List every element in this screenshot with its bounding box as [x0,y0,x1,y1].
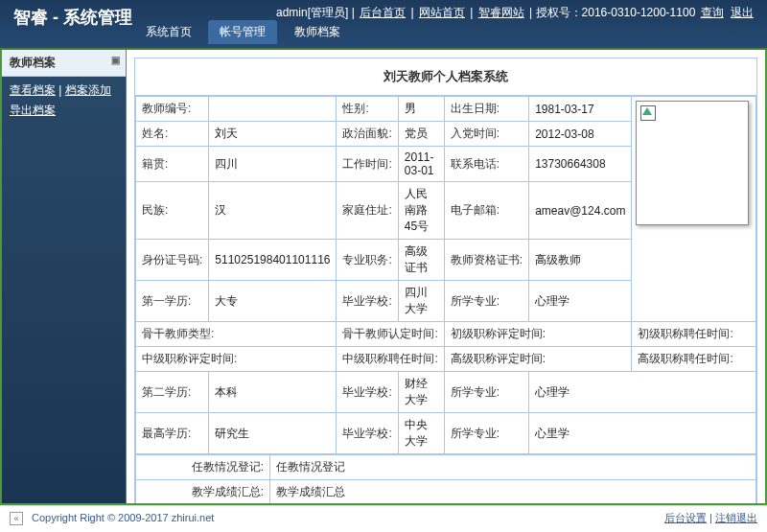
sidebar-links: 查看档案 | 档案添加 导出档案 [2,77,126,128]
link-site-home[interactable]: 网站首页 [419,6,465,19]
header: 智睿 - 系统管理 admin[管理员] | 后台首页 | 网站首页 | 智睿网… [0,0,767,50]
sidebar-title: 教师档案 [2,50,126,77]
extras-table: 任教情况登记:任教情况登记 教学成绩汇总:教学成绩汇总 各级各类公开课授课记录:… [135,454,756,503]
footer-link-settings[interactable]: 后台设置 [664,512,707,523]
profile-title: 刘天教师个人档案系统 [135,58,756,96]
footer-link-logout[interactable]: 注销退出 [715,512,757,523]
table-row: 中级职称评定时间: 中级职称聘任时间: 高级职称评定时间: 高级职称聘任时间: [136,347,756,372]
table-row: 任教情况登记:任教情况登记 [136,455,756,480]
copyright: Copyright Right © 2009-2017 zhirui.net [32,512,214,523]
photo-cell [632,97,756,322]
sidebar-link-add[interactable]: 档案添加 [65,83,111,97]
sidebar-link-export[interactable]: 导出档案 [10,104,56,117]
table-row: 教学成绩汇总:教学成绩汇总 [136,480,756,504]
header-tabs: 系统首页 帐号管理 教师档案 [134,20,354,44]
table-row: 第二学历:本科 毕业学校:财经大学 所学专业:心理学 [136,372,756,413]
footer: « Copyright Right © 2009-2017 zhirui.net… [0,505,767,530]
table-row: 骨干教师类型: 骨干教师认定时间: 初级职称评定时间: 初级职称聘任时间: [136,322,756,347]
profile-box: 刘天教师个人档案系统 教师编号: 性别:男 出生日期:1981-03-17 姓名… [134,58,757,503]
photo-placeholder [636,101,749,225]
tab-teacher-archive[interactable]: 教师档案 [283,20,352,44]
content: 刘天教师个人档案系统 教师编号: 性别:男 出生日期:1981-03-17 姓名… [127,50,765,503]
profile-table: 教师编号: 性别:男 出生日期:1981-03-17 姓名:刘天 政治面貌:党员… [135,96,756,454]
link-backend-home[interactable]: 后台首页 [360,6,406,19]
tab-account-mgmt[interactable]: 帐号管理 [208,20,277,44]
collapse-icon[interactable]: « [10,512,23,525]
link-zhirui-site[interactable]: 智睿网站 [478,6,524,19]
tab-system-home[interactable]: 系统首页 [134,20,203,44]
link-search[interactable]: 查询 [701,6,724,19]
main: 教师档案 查看档案 | 档案添加 导出档案 刘天教师个人档案系统 教师编号: 性… [0,50,767,505]
admin-label: admin[管理员] [276,6,348,19]
sidebar-link-view[interactable]: 查看档案 [10,83,56,97]
table-row: 教师编号: 性别:男 出生日期:1981-03-17 [136,97,756,122]
table-row: 最高学历:研究生 毕业学校:中央大学 所学专业:心里学 [136,413,756,454]
auth-label: 授权号： [536,6,582,19]
sidebar: 教师档案 查看档案 | 档案添加 导出档案 [2,50,127,503]
header-topbar: admin[管理员] | 后台首页 | 网站首页 | 智睿网站 | 授权号：20… [276,5,755,21]
auth-value: 2016-0310-1200-1100 [582,6,696,19]
link-logout[interactable]: 退出 [731,6,754,19]
